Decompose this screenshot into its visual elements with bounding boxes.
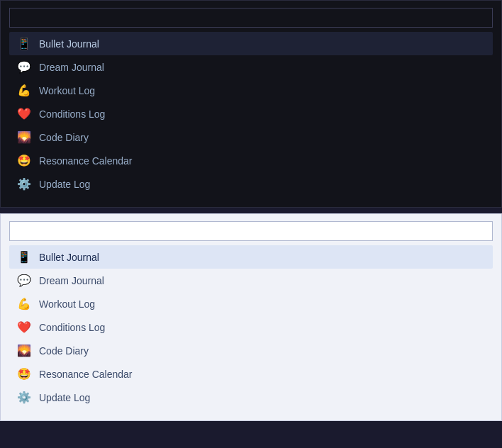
dark-list-item-bullet-journal[interactable]: 📱Bullet Journal	[9, 32, 493, 55]
update-log-label-light: Update Log	[39, 392, 90, 403]
dark-list-item-update-log[interactable]: ⚙️Update Log	[9, 172, 493, 196]
code-diary-emoji: 🌄	[16, 130, 32, 144]
conditions-log-emoji: ❤️	[16, 107, 32, 121]
conditions-log-emoji-light: ❤️	[16, 320, 32, 334]
workout-log-label: Workout Log	[39, 85, 95, 96]
conditions-log-label: Conditions Log	[39, 108, 105, 120]
bullet-journal-label-light: Bullet Journal	[39, 252, 99, 263]
light-list-item-resonance-calendar[interactable]: 🤩Resonance Calendar	[9, 362, 493, 386]
light-list-item-bullet-journal[interactable]: 📱Bullet Journal	[9, 245, 493, 269]
update-log-label: Update Log	[39, 179, 90, 190]
workout-log-emoji-light: 💪	[16, 297, 32, 310]
dark-panel: 📱Bullet Journal💬Dream Journal💪Workout Lo…	[0, 0, 502, 208]
light-list-item-code-diary[interactable]: 🌄Code Diary	[9, 339, 493, 362]
workout-log-label-light: Workout Log	[39, 298, 95, 310]
dark-list-item-workout-log[interactable]: 💪Workout Log	[9, 79, 493, 102]
dream-journal-emoji: 💬	[16, 60, 32, 74]
dark-list-item-code-diary[interactable]: 🌄Code Diary	[9, 125, 493, 149]
workout-log-emoji: 💪	[16, 84, 32, 97]
dark-list: 📱Bullet Journal💬Dream Journal💪Workout Lo…	[9, 32, 493, 196]
dream-journal-label: Dream Journal	[39, 62, 104, 73]
light-panel: 📱Bullet Journal💬Dream Journal💪Workout Lo…	[0, 213, 502, 421]
resonance-calendar-emoji: 🤩	[16, 154, 32, 167]
bullet-journal-emoji-light: 📱	[16, 250, 32, 264]
light-list-item-update-log[interactable]: ⚙️Update Log	[9, 386, 493, 409]
dark-list-item-resonance-calendar[interactable]: 🤩Resonance Calendar	[9, 149, 493, 172]
resonance-calendar-label: Resonance Calendar	[39, 155, 133, 167]
dark-list-item-dream-journal[interactable]: 💬Dream Journal	[9, 55, 493, 79]
update-log-emoji-light: ⚙️	[16, 391, 32, 404]
conditions-log-label-light: Conditions Log	[39, 322, 105, 333]
resonance-calendar-label-light: Resonance Calendar	[39, 369, 133, 380]
dream-journal-emoji-light: 💬	[16, 274, 32, 287]
light-list-item-conditions-log[interactable]: ❤️Conditions Log	[9, 315, 493, 339]
bullet-journal-label: Bullet Journal	[39, 38, 99, 50]
code-diary-emoji-light: 🌄	[16, 344, 32, 357]
dream-journal-label-light: Dream Journal	[39, 275, 104, 286]
update-log-emoji: ⚙️	[16, 177, 32, 191]
resonance-calendar-emoji-light: 🤩	[16, 367, 32, 381]
code-diary-label: Code Diary	[39, 132, 89, 143]
light-list: 📱Bullet Journal💬Dream Journal💪Workout Lo…	[9, 245, 493, 409]
light-list-item-dream-journal[interactable]: 💬Dream Journal	[9, 269, 493, 292]
light-list-item-workout-log[interactable]: 💪Workout Log	[9, 292, 493, 315]
bullet-journal-emoji: 📱	[16, 37, 32, 50]
dark-list-item-conditions-log[interactable]: ❤️Conditions Log	[9, 102, 493, 125]
light-search-input[interactable]	[9, 221, 493, 241]
dark-search-input[interactable]	[9, 8, 493, 28]
code-diary-label-light: Code Diary	[39, 345, 89, 357]
